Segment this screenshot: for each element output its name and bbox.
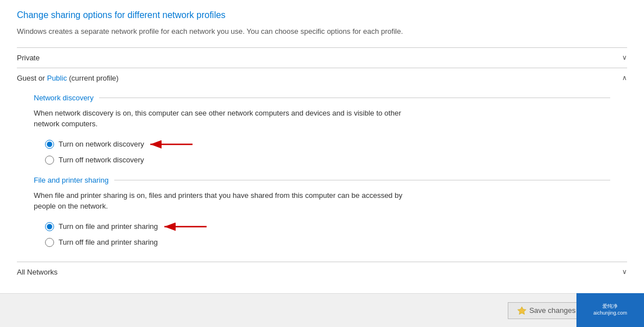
private-section-label: Private	[17, 54, 618, 62]
nd-on-label: Turn on network discovery	[59, 140, 144, 148]
nd-on-option[interactable]: Turn on network discovery	[45, 136, 610, 152]
watermark: 爱纯净 aichunjing.com	[576, 293, 644, 327]
page-title: Change sharing options for different net…	[17, 10, 627, 20]
fps-on-radio[interactable]	[45, 222, 54, 231]
all-networks-label: All Networks	[17, 268, 618, 276]
file-printer-divider	[114, 180, 610, 180]
public-highlight: Public	[47, 74, 66, 82]
save-icon	[517, 306, 526, 315]
fps-off-option[interactable]: Turn off file and printer sharing	[45, 238, 610, 247]
fps-off-label: Turn off file and printer sharing	[59, 238, 158, 246]
private-chevron: ∨	[622, 54, 627, 61]
fps-off-radio[interactable]	[45, 238, 54, 247]
fps-on-option[interactable]: Turn on file and printer sharing	[45, 219, 610, 235]
guest-public-section-body: Network discovery When network discovery…	[17, 88, 627, 262]
svg-marker-4	[518, 307, 526, 315]
save-changes-label: Save changes	[529, 306, 575, 315]
file-printer-title: File and printer sharing	[34, 176, 109, 184]
nd-on-radio[interactable]	[45, 140, 54, 149]
network-discovery-header: Network discovery	[34, 94, 610, 102]
all-networks-chevron: ∨	[622, 268, 627, 276]
page-description: Windows creates a separate network profi…	[17, 26, 439, 37]
network-discovery-title: Network discovery	[34, 94, 93, 102]
file-printer-header: File and printer sharing	[34, 176, 610, 184]
guest-public-chevron: ∧	[622, 74, 627, 82]
guest-public-section-header[interactable]: Guest or Public (current profile) ∧	[17, 68, 627, 88]
network-discovery-divider	[99, 98, 610, 98]
footer: Save changes Cancel 爱纯净 aichunjing.com	[0, 293, 644, 327]
file-printer-description: When file and printer sharing is on, fil…	[34, 190, 417, 212]
all-networks-section-header[interactable]: All Networks ∨	[17, 262, 627, 282]
fps-arrow-annotation	[162, 219, 212, 235]
nd-arrow-annotation	[147, 136, 198, 152]
nd-off-option[interactable]: Turn off network discovery	[45, 156, 610, 165]
nd-off-radio[interactable]	[45, 156, 54, 165]
guest-public-section-label: Guest or Public (current profile)	[17, 74, 618, 82]
nd-off-label: Turn off network discovery	[59, 156, 144, 164]
watermark-text: 爱纯净 aichunjing.com	[593, 303, 627, 316]
fps-on-label: Turn on file and printer sharing	[59, 222, 158, 231]
private-section-header[interactable]: Private ∨	[17, 47, 627, 68]
save-changes-button[interactable]: Save changes	[508, 302, 585, 319]
network-discovery-description: When network discovery is on, this compu…	[34, 108, 417, 130]
main-content: Change sharing options for different net…	[0, 0, 644, 293]
